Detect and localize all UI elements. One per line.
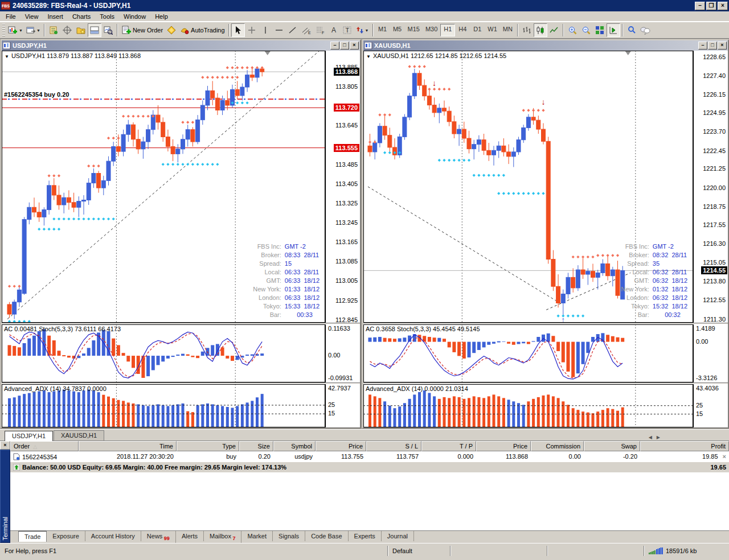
adx-plot[interactable]: Advanced_ADX (14) 34.7837 0.0000 xyxy=(2,384,325,427)
scroll-left-icon[interactable]: ◀ xyxy=(647,434,654,440)
price-plot[interactable]: ▼USDJPY,H1 113.879 113.887 113.849 113.8… xyxy=(2,51,325,323)
status-profile[interactable]: Default xyxy=(387,546,450,556)
price-plot[interactable]: ↓↓↑▼XAUUSD,H1 1212.65 1214.85 1212.65 12… xyxy=(363,51,693,323)
terminal-tab-trade[interactable]: Trade xyxy=(18,531,47,542)
terminal-tab-account-history[interactable]: Account History xyxy=(85,531,141,541)
zoom-out-button[interactable] xyxy=(579,23,593,37)
equidistant-channel-button[interactable]: E xyxy=(300,23,313,37)
column-header-size[interactable]: Size xyxy=(239,441,273,451)
symbol-dropdown-icon[interactable]: ▼ xyxy=(366,54,371,59)
terminal-tab-code-base[interactable]: Code Base xyxy=(305,531,348,541)
menu-view[interactable]: View xyxy=(21,12,43,21)
chat-button[interactable] xyxy=(638,23,652,37)
ac-plot[interactable]: AC 0.00481 Stoch(5,3,3) 73.6111 66.4173 xyxy=(2,324,325,382)
terminal-button[interactable] xyxy=(88,23,101,37)
column-header-order[interactable]: Order△ xyxy=(10,441,79,451)
chart-shift-button[interactable] xyxy=(607,23,620,37)
timeframe-d1-button[interactable]: D1 xyxy=(470,24,485,36)
terminal-tab-news[interactable]: News 99 xyxy=(141,531,176,543)
column-header-t-p[interactable]: T / P xyxy=(421,441,476,451)
terminal-tab-mailbox[interactable]: Mailbox 7 xyxy=(204,531,241,543)
adx-axis[interactable]: 42.79372515 xyxy=(325,384,360,427)
trendline-button[interactable] xyxy=(286,23,300,37)
column-header-s-l[interactable]: S / L xyxy=(366,441,421,451)
column-header-price[interactable]: Price xyxy=(316,441,366,451)
terminal-tab-journal[interactable]: Journal xyxy=(382,531,414,541)
close-button[interactable]: × xyxy=(718,2,728,10)
horizontal-line-button[interactable] xyxy=(272,23,286,37)
chart-close-button[interactable]: × xyxy=(718,42,727,50)
data-window-button[interactable] xyxy=(60,23,74,37)
restore-button[interactable]: ❐ xyxy=(706,2,716,10)
chart-minimize-button[interactable]: – xyxy=(698,42,707,50)
scroll-right-icon[interactable]: ▶ xyxy=(655,434,662,440)
minimize-button[interactable]: – xyxy=(695,2,705,10)
candlestick-chart-button[interactable] xyxy=(534,23,547,37)
ac-axis[interactable]: 0.116330.00-0.09931 xyxy=(325,324,360,382)
new-order-button[interactable]: New Order xyxy=(120,23,165,37)
market-watch-button[interactable] xyxy=(47,23,60,37)
chart-tab-xauusd-h1[interactable]: XAUUSD,H1 xyxy=(54,430,104,440)
timeframe-m30-button[interactable]: M30 xyxy=(423,24,440,36)
tile-windows-button[interactable] xyxy=(593,23,607,37)
profiles-button[interactable]: ▼ xyxy=(24,23,42,37)
zoom-in-button[interactable] xyxy=(566,23,579,37)
cursor-button[interactable] xyxy=(231,23,245,37)
terminal-close-button[interactable]: × xyxy=(0,441,10,450)
symbol-dropdown-icon[interactable]: ▼ xyxy=(5,54,9,59)
menu-help[interactable]: Help xyxy=(150,12,173,21)
ac-stochastic-canvas[interactable] xyxy=(363,324,693,382)
column-header-commission[interactable]: Commission xyxy=(531,441,584,451)
column-header-type[interactable]: Type xyxy=(177,441,239,451)
text-button[interactable]: A xyxy=(327,23,341,37)
ac-plot[interactable]: AC 0.3658 Stoch(5,3,3) 45.4545 49.5145 xyxy=(363,324,693,382)
timeframe-m1-button[interactable]: M1 xyxy=(375,24,390,36)
chart-window-titlebar[interactable]: XAUUSD,H1–□× xyxy=(363,40,728,51)
ac-stochastic-canvas[interactable] xyxy=(2,324,325,382)
timeframe-m15-button[interactable]: M15 xyxy=(405,24,423,36)
column-header-symbol[interactable]: Symbol xyxy=(273,441,316,451)
adx-axis[interactable]: 43.40362515 xyxy=(693,384,728,427)
timeframe-mn-button[interactable]: MN xyxy=(500,24,515,36)
price-axis[interactable]: 113.885113.805113.645113.485113.405113.3… xyxy=(325,51,360,323)
terminal-tab-experts[interactable]: Experts xyxy=(349,531,382,541)
chart-maximize-button[interactable]: □ xyxy=(340,42,349,50)
bar-chart-button[interactable] xyxy=(520,23,534,37)
arrow-tools-button[interactable]: ▼ xyxy=(354,23,371,37)
terminal-tab-signals[interactable]: Signals xyxy=(273,531,305,541)
timeframe-h1-button[interactable]: H1 xyxy=(440,24,455,36)
chart-minimize-button[interactable]: – xyxy=(330,42,339,50)
order-row[interactable]: 15622453542018.11.27 20:30:20buy0.20usdj… xyxy=(10,451,729,462)
strategy-tester-button[interactable] xyxy=(101,23,115,37)
navigator-button[interactable] xyxy=(74,23,88,37)
text-label-button[interactable]: T xyxy=(341,23,354,37)
scripts-button[interactable] xyxy=(165,23,178,37)
close-order-button[interactable]: × xyxy=(723,453,726,460)
autotrading-button[interactable]: AutoTrading xyxy=(178,23,227,37)
terminal-tab-exposure[interactable]: Exposure xyxy=(47,531,85,541)
price-axis[interactable]: 1228.651227.401226.151224.951223.701222.… xyxy=(693,51,728,323)
chart-tab-usdjpy-h1[interactable]: USDJPY,H1 xyxy=(5,431,53,441)
menu-tools[interactable]: Tools xyxy=(95,12,119,21)
column-header-profit[interactable]: Profit xyxy=(640,441,729,451)
fibonacci-button[interactable]: F xyxy=(313,23,327,37)
menu-window[interactable]: Window xyxy=(119,12,150,21)
line-chart-button[interactable] xyxy=(547,23,561,37)
terminal-tab-alerts[interactable]: Alerts xyxy=(176,531,204,541)
column-header-price[interactable]: Price xyxy=(476,441,531,451)
chart-close-button[interactable]: × xyxy=(350,42,359,50)
chart-window-titlebar[interactable]: USDJPY,H1–□× xyxy=(2,40,360,51)
timeframe-w1-button[interactable]: W1 xyxy=(485,24,500,36)
menu-charts[interactable]: Charts xyxy=(68,12,95,21)
ac-axis[interactable]: 1.41890.00-3.3126 xyxy=(693,324,728,382)
menu-file[interactable]: File xyxy=(1,12,21,21)
search-button[interactable] xyxy=(625,23,638,37)
menu-insert[interactable]: Insert xyxy=(43,12,68,21)
timeframe-m5-button[interactable]: M5 xyxy=(390,24,405,36)
adx-plot[interactable]: Advanced_ADX (14) 0.0000 21.0314 xyxy=(363,384,693,427)
timeframe-h4-button[interactable]: H4 xyxy=(455,24,470,36)
column-header-time[interactable]: Time xyxy=(79,441,177,451)
vertical-line-button[interactable] xyxy=(259,23,272,37)
chart-maximize-button[interactable]: □ xyxy=(708,42,717,50)
new-chart-button[interactable]: ▼ xyxy=(6,23,24,37)
